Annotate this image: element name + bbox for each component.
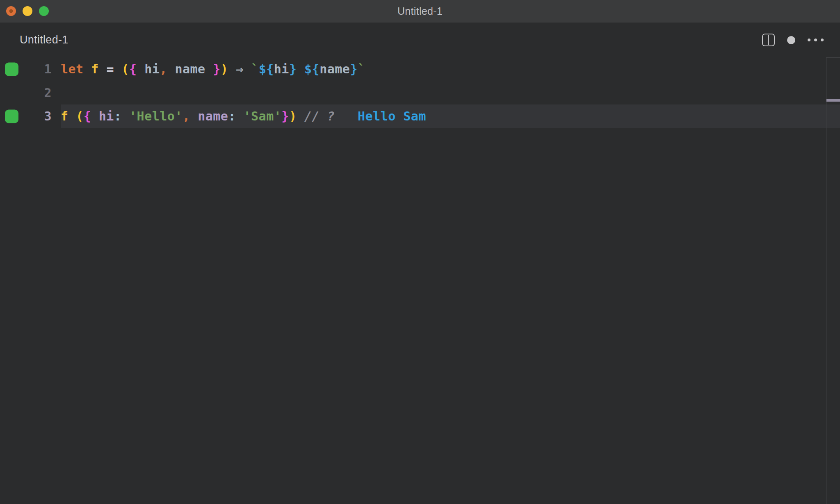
code-token-string: 'Hello': [129, 109, 183, 123]
code-token-plain: [236, 109, 244, 123]
code-token-plain: [114, 62, 122, 76]
traffic-light-zoom[interactable]: [39, 6, 49, 16]
split-editor-icon[interactable]: [762, 34, 775, 46]
code-token-colon: :: [114, 109, 122, 123]
modified-dot: [9, 9, 13, 13]
code-token-plain: [244, 62, 251, 76]
code-token-plain: [122, 109, 130, 123]
code-token-plain: [167, 62, 175, 76]
code-token-interp: }: [350, 62, 358, 76]
line-number[interactable]: 2: [44, 81, 52, 105]
code-token-backtick: `: [251, 62, 259, 76]
gutter: 2: [0, 81, 61, 105]
gutter: 1: [0, 57, 61, 81]
line-number[interactable]: 1: [44, 57, 52, 81]
code-token-interp: ${: [259, 62, 274, 76]
code-content[interactable]: let f = ({ hi, name }) ⇒ `${hi} ${name}`: [61, 57, 840, 81]
line-number[interactable]: 3: [44, 104, 52, 128]
code-area: 1let f = ({ hi, name }) ⇒ `${hi} ${name}…: [0, 57, 840, 128]
tab-actions: [762, 23, 824, 57]
code-token-brace: {: [84, 109, 91, 123]
code-token-brace: }: [213, 62, 221, 76]
dirty-dot-icon[interactable]: [787, 36, 795, 44]
overview-ruler-border: [826, 57, 826, 504]
code-token-plain: [68, 109, 76, 123]
quokka-coverage-marker: [5, 109, 18, 123]
overview-ruler-top-border: [826, 57, 840, 58]
split-editor-icon-divider: [768, 35, 769, 45]
code-token-property: hi: [99, 109, 114, 123]
ellipsis-icon[interactable]: [808, 39, 824, 41]
code-token-brace: }: [281, 109, 289, 123]
code-token-paren: ): [289, 109, 297, 123]
quokka-coverage-marker: [5, 62, 18, 76]
code-token-param: hi: [144, 62, 160, 76]
overview-ruler-cursor-mark: [826, 99, 840, 102]
code-token-plain: [190, 109, 198, 123]
code-token-param: hi: [274, 62, 289, 76]
code-token-property: name: [198, 109, 228, 123]
code-token-arrow: ⇒: [236, 62, 244, 76]
code-token-interp: ${: [304, 62, 320, 76]
code-token-function: f: [61, 109, 68, 123]
code-token-plain: [297, 109, 304, 123]
traffic-light-close[interactable]: [6, 6, 16, 16]
code-token-param: name: [320, 62, 350, 76]
code-token-comment: // ?: [304, 109, 335, 123]
code-editor[interactable]: 1let f = ({ hi, name }) ⇒ `${hi} ${name}…: [0, 57, 840, 504]
code-token-paren: (: [122, 62, 130, 76]
code-token-paren: ): [221, 62, 228, 76]
code-content[interactable]: f ({ hi: 'Hello', name: 'Sam'}) // ? Hel…: [61, 104, 840, 128]
code-token-plain: [91, 109, 99, 123]
code-token-keyword: let: [61, 62, 84, 76]
code-line: 2: [0, 81, 840, 105]
code-token-backtick: `: [358, 62, 365, 76]
traffic-light-minimize[interactable]: [23, 6, 32, 16]
window-title: Untitled-1: [82, 0, 758, 23]
tab-title[interactable]: Untitled-1: [20, 23, 68, 57]
code-line: 1let f = ({ hi, name }) ⇒ `${hi} ${name}…: [0, 57, 840, 81]
code-token-plain: [84, 62, 91, 76]
code-line: 3f ({ hi: 'Hello', name: 'Sam'}) // ? He…: [0, 104, 840, 128]
macos-titlebar[interactable]: Untitled-1: [0, 0, 840, 23]
code-token-plain: [205, 62, 213, 76]
app-window: Untitled-1 Untitled-1 1let f = ({ hi, na…: [0, 0, 840, 504]
code-token-brace: {: [129, 62, 137, 76]
code-token-paren: (: [76, 109, 84, 123]
code-content[interactable]: [61, 81, 840, 105]
code-token-string: 'Sam': [244, 109, 282, 123]
code-token-output: Hello Sam: [335, 109, 426, 123]
code-token-interp: }: [289, 62, 297, 76]
gutter: 3: [0, 104, 61, 128]
code-token-comma: ,: [160, 62, 167, 76]
code-token-operator: =: [106, 62, 114, 76]
code-token-param: name: [175, 62, 205, 76]
code-token-colon: :: [228, 109, 236, 123]
editor-tabbar: Untitled-1: [0, 23, 840, 57]
traffic-lights: [6, 6, 49, 16]
code-token-plain: [137, 62, 145, 76]
code-token-plain: [228, 62, 236, 76]
code-token-comma: ,: [183, 109, 190, 123]
code-token-function: f: [91, 62, 99, 76]
code-token-plain: [99, 62, 107, 76]
code-token-plain: [297, 62, 304, 76]
